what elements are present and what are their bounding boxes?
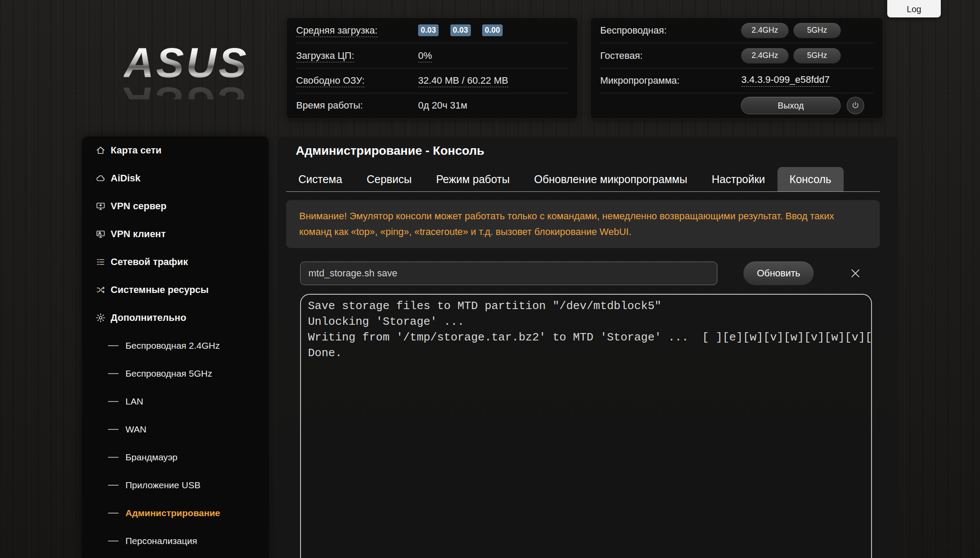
tab-system[interactable]: Система: [286, 167, 355, 191]
sidebar-item-advanced[interactable]: Дополнительно: [82, 304, 269, 332]
shuffle-icon: [94, 285, 107, 295]
tab-services[interactable]: Сервисы: [355, 167, 424, 191]
sidebar-subitem-label: WAN: [125, 424, 146, 435]
cpu-load-label: Загрузка ЦП:: [296, 50, 418, 61]
sidebar-item-network-map[interactable]: Карта сети: [82, 136, 269, 164]
dash-icon: [108, 429, 118, 430]
avg-load-label: Средняя загрузка:: [296, 25, 418, 36]
load-badges: 0.03 0.03 0.00: [418, 24, 512, 36]
refresh-button[interactable]: Обновить: [743, 262, 814, 285]
router-admin-page: Log ASUS ASUS Средняя загрузка: 0.03 0.0…: [0, 0, 980, 558]
console-output: Save storage files to MTD partition "/de…: [301, 295, 871, 364]
sidebar-item-label: Сетевой трафик: [111, 256, 188, 268]
sidebar-item-vpn-client[interactable]: VPN клиент: [82, 220, 269, 248]
dash-icon: [108, 541, 118, 541]
asus-logo-text: ASUS: [124, 42, 249, 84]
dash-icon: [108, 457, 118, 458]
main-content: Администрирование - Консоль Система Серв…: [277, 136, 898, 558]
sidebar-subitem-wan[interactable]: WAN: [82, 415, 269, 443]
sidebar-subitem-firewall[interactable]: Брандмауэр: [82, 443, 269, 471]
sidebar-item-label: Карта сети: [111, 145, 162, 156]
command-row: Обновить: [300, 262, 872, 285]
traffic-list-icon: [94, 257, 107, 267]
status-row-ram: Свободно ОЗУ: 32.40 MB / 60.22 MB: [296, 68, 568, 93]
load-badge-2: 0.03: [450, 24, 471, 36]
asus-logo-reflection: ASUS: [124, 81, 249, 99]
tab-firmware-upgrade[interactable]: Обновление микропрограммы: [522, 167, 700, 191]
page-title: Администрирование - Консоль: [296, 144, 484, 158]
sidebar-subitem-label: Беспроводная 2.4GHz: [125, 340, 220, 351]
cloud-icon: [94, 173, 107, 184]
reboot-button[interactable]: [847, 97, 864, 114]
dash-icon: [108, 345, 118, 346]
free-ram-value[interactable]: 32.40 MB / 60.22 MB: [418, 75, 508, 86]
wireless-label: Беспроводная:: [600, 25, 741, 36]
sidebar-subitem-lan[interactable]: LAN: [82, 388, 269, 415]
sidebar-subitem-wireless-24ghz[interactable]: Беспроводная 2.4GHz: [82, 332, 269, 360]
guest-row: Гостевая: 2.4GHz 5GHz: [600, 43, 873, 68]
guest-label: Гостевая:: [600, 50, 741, 61]
console-warning-text: Внимание! Эмулятор консоли может работат…: [286, 200, 880, 248]
tab-operation-mode[interactable]: Режим работы: [424, 167, 522, 191]
sidebar-subitem-administration[interactable]: Администрирование: [82, 499, 269, 527]
tab-bar: Система Сервисы Режим работы Обновление …: [286, 167, 880, 192]
vpn-server-icon: [94, 201, 107, 211]
guest-24ghz-button[interactable]: 2.4GHz: [741, 48, 788, 63]
logout-row: Выход: [600, 93, 873, 118]
status-row-load: Средняя загрузка: 0.03 0.03 0.00: [296, 18, 568, 43]
firmware-label: Микропрограмма:: [600, 75, 741, 86]
dash-icon: [108, 401, 118, 402]
power-icon: [851, 101, 860, 110]
sidebar-subitem-label: Беспроводная 5GHz: [125, 368, 212, 379]
close-icon[interactable]: [846, 264, 865, 283]
gear-icon: [94, 313, 107, 323]
vpn-client-icon: [94, 229, 107, 239]
load-badge-3: 0.00: [482, 24, 503, 36]
sidebar-item-label: Дополнительно: [111, 312, 186, 323]
sidebar-item-vpn-server[interactable]: VPN сервер: [82, 192, 269, 220]
sidebar: Карта сети AiDisk VPN сервер VPN клиент …: [82, 136, 269, 558]
sidebar-item-aidisk[interactable]: AiDisk: [82, 164, 269, 192]
tab-settings[interactable]: Настройки: [700, 167, 777, 191]
system-status-panel: Средняя загрузка: 0.03 0.03 0.00 Загрузк…: [286, 17, 578, 119]
sidebar-subitem-wireless-5ghz[interactable]: Беспроводная 5GHz: [82, 360, 269, 388]
status-row-cpu: Загрузка ЦП: 0%: [296, 43, 568, 68]
uptime-value: 0д 20ч 31м: [418, 100, 467, 111]
logout-button[interactable]: Выход: [741, 97, 840, 114]
sidebar-item-label: VPN сервер: [111, 201, 166, 212]
asus-logo: ASUS ASUS: [124, 42, 249, 99]
sidebar-subitem-personalization[interactable]: Персонализация: [82, 527, 269, 555]
sidebar-item-label: AiDisk: [111, 173, 140, 184]
sidebar-subitem-label: Брандмауэр: [125, 452, 178, 463]
log-button[interactable]: Log: [887, 0, 941, 17]
command-input[interactable]: [300, 262, 717, 285]
wireless-row: Беспроводная: 2.4GHz 5GHz: [600, 18, 873, 43]
dash-icon: [108, 373, 118, 374]
load-badge-1: 0.03: [418, 24, 439, 36]
uptime-label: Время работы:: [296, 100, 418, 111]
dash-icon: [108, 513, 118, 514]
wireless-panel: Беспроводная: 2.4GHz 5GHz Гостевая: 2.4G…: [590, 17, 883, 119]
wireless-24ghz-button[interactable]: 2.4GHz: [741, 23, 788, 38]
sidebar-subitem-label: Администрирование: [125, 508, 220, 518]
sidebar-item-system-resources[interactable]: Системные ресурсы: [82, 276, 269, 304]
firmware-version-link[interactable]: 3.4.3.9-099_e58fdd7: [741, 74, 830, 87]
sidebar-subitem-label: Персонализация: [125, 536, 197, 546]
cpu-load-value[interactable]: 0%: [418, 50, 432, 61]
sidebar-item-network-traffic[interactable]: Сетевой трафик: [82, 248, 269, 276]
tab-console[interactable]: Консоль: [777, 167, 844, 191]
sidebar-subitem-label: LAN: [125, 396, 143, 407]
status-row-uptime: Время работы: 0д 20ч 31м: [296, 93, 568, 118]
sidebar-subitem-label: Приложение USB: [125, 480, 200, 490]
sidebar-item-label: VPN клиент: [111, 228, 166, 240]
firmware-row: Микропрограмма: 3.4.3.9-099_e58fdd7: [600, 68, 873, 93]
console-output-box: Save storage files to MTD partition "/de…: [300, 294, 872, 558]
free-ram-label: Свободно ОЗУ:: [296, 75, 418, 86]
guest-5ghz-button[interactable]: 5GHz: [794, 48, 841, 63]
dash-icon: [108, 485, 118, 486]
sidebar-item-label: Системные ресурсы: [111, 284, 209, 296]
home-icon: [94, 145, 107, 156]
wireless-5ghz-button[interactable]: 5GHz: [794, 23, 841, 38]
sidebar-subitem-usb-application[interactable]: Приложение USB: [82, 471, 269, 499]
